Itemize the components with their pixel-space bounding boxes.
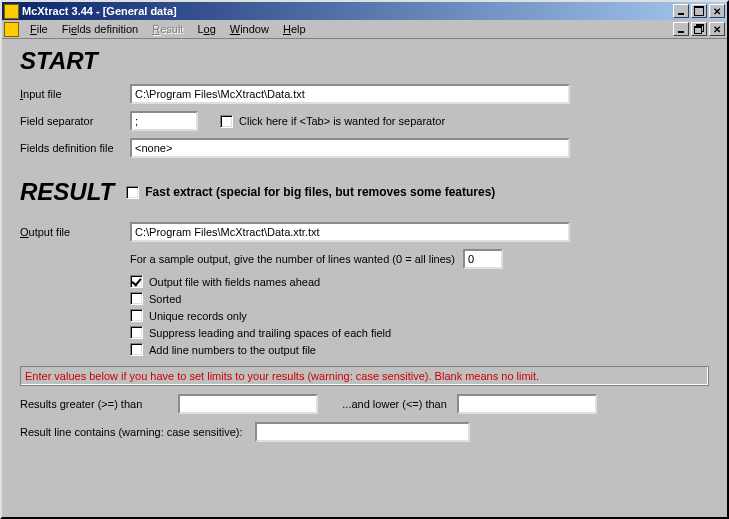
field-separator-field[interactable]	[130, 111, 198, 131]
lower-than-label: ...and lower (<=) than	[342, 398, 447, 410]
menu-log[interactable]: Log	[190, 21, 222, 37]
menu-help[interactable]: Help	[276, 21, 313, 37]
fields-names-ahead-label[interactable]: Output file with fields names ahead	[149, 276, 320, 288]
menu-fields-definition[interactable]: Fields definition	[55, 21, 145, 37]
input-file-field[interactable]	[130, 84, 570, 104]
menu-window[interactable]: Window	[223, 21, 276, 37]
start-heading: START	[20, 47, 709, 75]
window-title: McXtract 3.44 - [General data]	[22, 5, 671, 17]
greater-than-label: Results greater (>=) than	[20, 398, 142, 410]
mdi-controls: ✕	[671, 22, 725, 36]
greater-than-field[interactable]	[178, 394, 318, 414]
row-sample-lines: For a sample output, give the number of …	[130, 248, 709, 270]
menu-result: Result	[145, 21, 190, 37]
minimize-button[interactable]	[673, 4, 689, 18]
row-limits: Results greater (>=) than ...and lower (…	[20, 394, 709, 414]
add-line-numbers-checkbox[interactable]	[130, 343, 143, 356]
row-input-file: Input file	[20, 83, 709, 105]
row-output-file: Output file	[20, 221, 709, 243]
unique-records-checkbox[interactable]	[130, 309, 143, 322]
menu-file[interactable]: File	[23, 21, 55, 37]
fields-names-ahead-checkbox[interactable]	[130, 275, 143, 288]
contains-label: Result line contains (warning: case sens…	[20, 426, 243, 438]
options-column: Output file with fields names ahead Sort…	[130, 275, 709, 356]
output-file-label: Output file	[20, 226, 130, 238]
fields-def-file-label: Fields definition file	[20, 142, 130, 154]
maximize-button[interactable]	[691, 4, 707, 18]
mdi-child-icon[interactable]	[4, 22, 19, 37]
tab-separator-checkbox[interactable]	[220, 115, 233, 128]
sorted-label[interactable]: Sorted	[149, 293, 181, 305]
input-file-label: Input file	[20, 88, 130, 100]
contains-field[interactable]	[255, 422, 470, 442]
add-line-numbers-label[interactable]: Add line numbers to the output file	[149, 344, 316, 356]
fields-def-file-field[interactable]	[130, 138, 570, 158]
lower-than-field[interactable]	[457, 394, 597, 414]
mdi-restore-button[interactable]	[691, 22, 707, 36]
menubar: File Fields definition Result Log Window…	[2, 20, 727, 39]
titlebar: McXtract 3.44 - [General data] ✕	[2, 2, 727, 20]
limits-warning: Enter values below if you have to set li…	[20, 366, 709, 386]
sorted-checkbox[interactable]	[130, 292, 143, 305]
fast-extract-checkbox[interactable]	[126, 186, 139, 199]
sample-lines-field[interactable]	[463, 249, 503, 269]
app-window: McXtract 3.44 - [General data] ✕ File Fi…	[0, 0, 729, 519]
mdi-minimize-button[interactable]	[673, 22, 689, 36]
row-contains: Result line contains (warning: case sens…	[20, 422, 709, 442]
mdi-close-button[interactable]: ✕	[709, 22, 725, 36]
sample-lines-label: For a sample output, give the number of …	[130, 253, 455, 265]
suppress-spaces-label[interactable]: Suppress leading and trailing spaces of …	[149, 327, 391, 339]
window-controls: ✕	[671, 4, 725, 18]
content-area: START Input file Field separator Click h…	[2, 39, 727, 517]
unique-records-label[interactable]: Unique records only	[149, 310, 247, 322]
row-field-separator: Field separator Click here if <Tab> is w…	[20, 110, 709, 132]
close-button[interactable]: ✕	[709, 4, 725, 18]
field-separator-label: Field separator	[20, 115, 130, 127]
output-file-field[interactable]	[130, 222, 570, 242]
suppress-spaces-checkbox[interactable]	[130, 326, 143, 339]
app-icon	[4, 4, 19, 19]
tab-separator-label[interactable]: Click here if <Tab> is wanted for separa…	[239, 115, 445, 127]
row-fields-def-file: Fields definition file	[20, 137, 709, 159]
fast-extract-label[interactable]: Fast extract (special for big files, but…	[145, 185, 495, 199]
result-heading: RESULT	[20, 178, 114, 206]
